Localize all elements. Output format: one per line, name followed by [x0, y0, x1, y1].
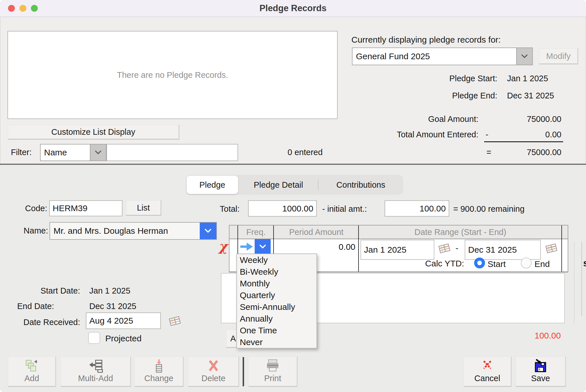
total-input[interactable]: 1000.00	[248, 200, 317, 217]
delete-x-icon	[207, 359, 220, 372]
fund-dropdown-value: General Fund 2025	[353, 48, 516, 65]
date-range-dash: -	[456, 243, 458, 253]
entered-count: 0 entered	[288, 148, 323, 157]
calc-ytd-start-radio[interactable]	[474, 258, 485, 268]
calc-ytd-end-radio[interactable]	[521, 258, 532, 268]
tab-pledge[interactable]: Pledge	[187, 176, 238, 194]
menu-item-biweekly[interactable]: Bi-Weekly	[237, 266, 316, 278]
date-received-input[interactable]: Aug 4 2025	[86, 312, 161, 329]
tab-contributions[interactable]: Contributions	[318, 175, 403, 195]
menu-item-onetime[interactable]: One Time	[237, 324, 316, 336]
add-icon	[24, 359, 39, 373]
calendar-icon[interactable]	[168, 315, 181, 327]
multi-add-button[interactable]: Multi-Add	[61, 357, 131, 387]
save-floppy-icon	[534, 359, 547, 372]
end-date-value: Dec 31 2025	[89, 302, 136, 311]
fund-dropdown[interactable]: General Fund 2025	[352, 47, 533, 65]
change-button[interactable]: Change	[134, 357, 184, 387]
calendar-icon[interactable]	[438, 242, 451, 255]
chevron-down-icon	[204, 228, 212, 234]
toolbar-divider	[243, 357, 244, 386]
cancel-button[interactable]: Cancel	[464, 357, 512, 387]
initial-amt-input[interactable]: 100.00	[385, 200, 449, 217]
projected-label: Projected	[105, 334, 142, 343]
chevron-down-icon	[94, 150, 102, 155]
delete-button[interactable]: Delete	[188, 357, 239, 387]
pledge-records-window: Pledge Records There are no Pledge Recor…	[0, 0, 586, 392]
header-indicator	[229, 225, 238, 239]
table-header: Freq. Period Amount Date Range (Start - …	[229, 225, 568, 239]
clipped-edge-element: s	[581, 242, 586, 316]
menu-item-never[interactable]: Never	[237, 336, 316, 348]
current-row-arrow-icon	[240, 242, 254, 251]
filter-field-dropdown[interactable]: Name	[40, 144, 106, 161]
end-date-label: End Date:	[17, 302, 54, 311]
menu-item-weekly[interactable]: Weekly	[237, 254, 316, 266]
calendar-icon[interactable]	[545, 242, 558, 255]
title-bar: Pledge Records	[0, 0, 586, 17]
multi-add-icon	[88, 359, 103, 373]
pledge-records-list[interactable]: There are no Pledge Records.	[7, 31, 338, 119]
goal-amount-label: Goal Amount:	[358, 114, 478, 124]
menu-item-quarterly[interactable]: Quarterly	[237, 289, 316, 301]
add-button[interactable]: Add	[8, 357, 56, 387]
filter-dropdown-button[interactable]	[90, 144, 106, 161]
pledge-end-value: Dec 31 2025	[507, 91, 554, 100]
empty-list-message: There are no Pledge Records.	[117, 70, 228, 80]
total-amount-entered-value: 0.00	[490, 130, 561, 139]
save-button[interactable]: Save	[516, 357, 566, 387]
print-button[interactable]: Print	[248, 357, 298, 387]
print-icon	[265, 359, 280, 372]
pending-amount: 100.00	[492, 331, 561, 340]
change-icon	[153, 359, 165, 373]
calc-ytd-start-label: Start	[488, 259, 506, 269]
chevron-down-icon	[259, 244, 267, 250]
window-title: Pledge Records	[0, 0, 586, 17]
initial-amt-label: - initial amt.:	[322, 204, 367, 214]
list-button[interactable]: List	[126, 200, 161, 216]
date-received-label: Date Received:	[9, 318, 80, 327]
code-label: Code:	[11, 204, 47, 213]
minus-sign: -	[486, 130, 488, 139]
menu-item-semiannually[interactable]: Semi-Annually	[237, 301, 316, 313]
fund-dropdown-button[interactable]	[516, 48, 532, 65]
customize-list-display-button[interactable]: Customize List Display	[8, 125, 179, 140]
header-scroll-gutter	[562, 225, 568, 239]
header-date-range: Date Range (Start - End)	[359, 225, 562, 239]
freq-dropdown-button[interactable]	[255, 239, 271, 254]
projected-checkbox[interactable]	[88, 332, 100, 344]
goal-amount-value: 75000.00	[490, 114, 561, 124]
start-date-label: Start Date:	[17, 286, 80, 296]
record-tabs: Pledge Pledge Detail Contributions	[186, 175, 403, 195]
sum-rule	[484, 141, 563, 142]
period-amount-value[interactable]: 0.00	[275, 242, 355, 252]
date-end-input[interactable]: Dec 31 2025	[465, 240, 541, 260]
filter-label: Filter:	[11, 148, 32, 157]
total-label: Total:	[220, 204, 239, 214]
name-combo[interactable]: Mr. and Mrs. Douglas Herman	[50, 222, 217, 240]
filter-field-value: Name	[41, 144, 90, 161]
edge-line	[574, 242, 575, 323]
name-dropdown-button[interactable]	[200, 223, 216, 239]
pledge-start-label: Pledge Start:	[386, 74, 497, 83]
calc-ytd-label: Calc YTD:	[407, 259, 464, 268]
filter-search-input[interactable]	[106, 144, 238, 161]
start-date-value: Jan 1 2025	[89, 286, 130, 296]
delete-row-icon[interactable]: χ	[219, 240, 227, 253]
tab-pledge-detail[interactable]: Pledge Detail	[239, 175, 318, 195]
pledge-end-label: Pledge End:	[386, 91, 497, 100]
currently-displaying-label: Currently displaying pledge records for:	[351, 35, 501, 45]
remaining-goal-value: 75000.00	[490, 148, 561, 157]
menu-item-monthly[interactable]: Monthly	[237, 278, 316, 289]
code-input[interactable]: HERM39	[49, 200, 122, 216]
remaining-text: = 900.00 remaining	[453, 204, 524, 214]
chevron-down-icon	[521, 54, 528, 59]
header-period-amount: Period Amount	[274, 225, 359, 239]
date-start-input[interactable]: Jan 1 2025	[361, 240, 434, 260]
modify-button[interactable]: Modify	[539, 48, 578, 64]
pledge-start-value: Jan 1 2025	[507, 74, 548, 83]
name-value: Mr. and Mrs. Douglas Herman	[50, 223, 200, 239]
menu-item-annually[interactable]: Annually	[237, 313, 316, 324]
frequency-menu: Weekly Bi-Weekly Monthly Quarterly Semi-…	[236, 254, 317, 349]
name-label: Name:	[11, 226, 48, 235]
